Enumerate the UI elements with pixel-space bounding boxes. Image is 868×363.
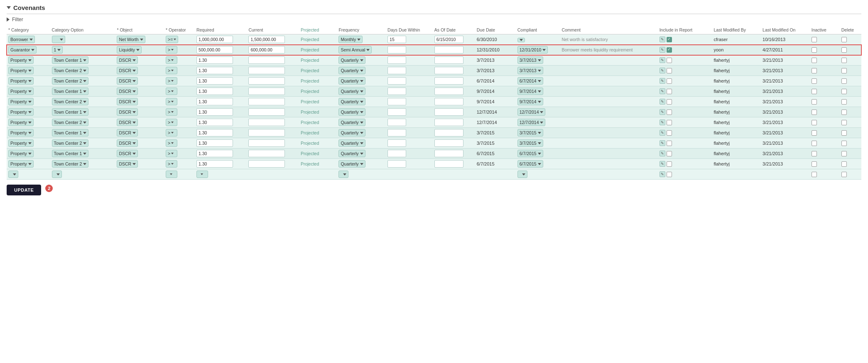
compliant-select[interactable]: 3/7/2013 [517, 56, 543, 64]
object-select[interactable]: Net Worth [117, 36, 145, 43]
include-checkbox[interactable] [667, 120, 672, 125]
object-select[interactable]: DSCR [117, 160, 138, 168]
as-of-date-input[interactable] [434, 129, 463, 136]
operator-select[interactable]: > [166, 67, 177, 74]
delete-checkbox[interactable] [841, 130, 847, 136]
category-option-select[interactable]: Town Center 2 [52, 77, 89, 85]
as-of-date-input[interactable] [434, 46, 463, 54]
frequency-select[interactable]: Quarterly [338, 108, 365, 116]
category-select[interactable]: Property [8, 160, 34, 168]
frequency-select[interactable]: Monthly [338, 36, 363, 43]
current-input[interactable] [248, 46, 285, 54]
required-input[interactable] [196, 150, 233, 157]
object-select[interactable]: DSCR [117, 98, 138, 105]
edit-icon[interactable] [660, 151, 665, 156]
current-input[interactable] [248, 98, 285, 105]
filter-expand-icon[interactable] [7, 17, 10, 22]
operator-select[interactable]: >= [166, 36, 178, 43]
days-due-input[interactable] [387, 56, 406, 64]
inactive-checkbox[interactable] [812, 78, 817, 84]
required-input[interactable] [196, 88, 233, 95]
category-select[interactable]: Property [8, 139, 34, 147]
inactive-empty[interactable] [812, 172, 817, 177]
category-select-empty[interactable] [8, 171, 18, 178]
inactive-checkbox[interactable] [812, 110, 817, 115]
inactive-checkbox[interactable] [812, 58, 817, 63]
operator-select[interactable]: > [166, 160, 177, 168]
op2-select-empty[interactable] [196, 171, 208, 178]
inactive-checkbox[interactable] [812, 161, 817, 167]
include-checkbox[interactable] [667, 110, 672, 115]
edit-icon[interactable] [660, 88, 665, 94]
update-button[interactable]: UPDATE [7, 185, 41, 195]
required-input[interactable] [196, 46, 233, 54]
inactive-checkbox[interactable] [812, 68, 817, 73]
days-due-input[interactable] [387, 150, 406, 157]
category-option-select[interactable]: Town Center 1 [52, 150, 89, 157]
days-due-input[interactable] [387, 160, 406, 168]
compliant-select[interactable]: 9/7/2014 [517, 98, 543, 105]
compliant-select[interactable]: 12/31/2010 [517, 46, 548, 54]
inactive-checkbox[interactable] [812, 99, 817, 105]
required-input[interactable] [196, 160, 233, 168]
category-select[interactable]: Property [8, 56, 34, 64]
category-select[interactable]: Property [8, 67, 34, 74]
delete-empty[interactable] [841, 172, 847, 177]
current-input[interactable] [248, 56, 285, 64]
days-due-input[interactable] [387, 119, 406, 126]
as-of-date-input[interactable] [434, 77, 463, 85]
inactive-checkbox[interactable] [812, 37, 817, 42]
days-due-input[interactable] [387, 98, 406, 105]
include-checkbox[interactable] [667, 130, 672, 136]
object-select[interactable]: Liquidity [117, 46, 142, 54]
delete-checkbox[interactable] [841, 89, 847, 94]
category-option-select[interactable]: Town Center 2 [52, 160, 89, 168]
as-of-date-input[interactable] [434, 36, 463, 43]
inactive-checkbox[interactable] [812, 151, 817, 156]
inactive-checkbox[interactable] [812, 120, 817, 125]
category-option-select[interactable]: Town Center 1 [52, 108, 89, 116]
category-select[interactable]: Borrower [8, 36, 35, 43]
operator-select[interactable]: > [166, 139, 177, 147]
include-checkbox[interactable] [667, 68, 672, 73]
comp-select-empty[interactable] [517, 171, 527, 178]
include-checkbox[interactable] [667, 58, 672, 63]
current-input[interactable] [248, 77, 285, 85]
delete-checkbox[interactable] [841, 151, 847, 156]
frequency-select[interactable]: Quarterly [338, 139, 365, 147]
delete-checkbox[interactable] [841, 110, 847, 115]
operator-select[interactable]: > [166, 77, 177, 85]
frequency-select[interactable]: Quarterly [338, 119, 365, 126]
compliant-select[interactable]: 3/7/2015 [517, 139, 543, 147]
as-of-date-input[interactable] [434, 119, 463, 126]
operator-select[interactable]: > [166, 119, 177, 126]
edit-icon[interactable] [660, 109, 665, 115]
edit-icon[interactable] [660, 161, 665, 167]
category-select[interactable]: Property [8, 108, 34, 116]
days-due-input[interactable] [387, 129, 406, 136]
as-of-date-input[interactable] [434, 88, 463, 95]
edit-icon[interactable] [660, 140, 665, 146]
compliant-select[interactable]: 3/7/2015 [517, 129, 543, 136]
compliant-select[interactable]: 3/7/2013 [517, 67, 543, 74]
inactive-checkbox[interactable] [812, 141, 817, 146]
as-of-date-input[interactable] [434, 150, 463, 157]
frequency-select[interactable]: Quarterly [338, 160, 365, 168]
category-option-select[interactable]: Town Center 2 [52, 119, 89, 126]
frequency-select[interactable]: Quarterly [338, 67, 365, 74]
current-input[interactable] [248, 150, 285, 157]
inactive-checkbox[interactable] [812, 130, 817, 136]
collapse-icon[interactable] [7, 6, 11, 9]
compliant-select[interactable]: 6/7/2015 [517, 160, 543, 168]
current-input[interactable] [248, 108, 285, 116]
category-select[interactable]: Guarantor [8, 46, 37, 54]
category-select[interactable]: Property [8, 98, 34, 105]
as-of-date-input[interactable] [434, 67, 463, 74]
category-select[interactable]: Property [8, 119, 34, 126]
category-option-select[interactable] [52, 36, 66, 43]
as-of-date-input[interactable] [434, 160, 463, 168]
days-due-input[interactable] [387, 46, 406, 54]
edit-icon[interactable] [660, 57, 665, 63]
delete-checkbox[interactable] [841, 120, 847, 125]
include-checkbox[interactable] [667, 89, 672, 94]
